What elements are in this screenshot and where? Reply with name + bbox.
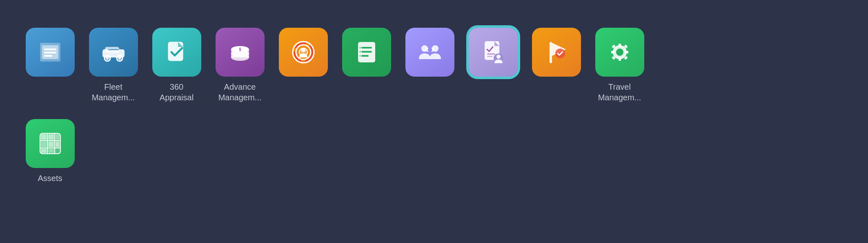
app-item-employees[interactable] bbox=[400, 28, 459, 82]
app-item-okr[interactable] bbox=[274, 28, 333, 82]
svg-rect-26 bbox=[361, 47, 372, 49]
svg-rect-57 bbox=[48, 134, 54, 140]
app-icon-leaves bbox=[532, 28, 581, 77]
svg-rect-44 bbox=[619, 57, 621, 61]
svg-point-38 bbox=[496, 55, 501, 59]
svg-rect-30 bbox=[360, 51, 361, 53]
app-item-elearning[interactable] bbox=[20, 28, 80, 82]
svg-point-42 bbox=[616, 49, 623, 56]
hr-cloud-container: FleetManagem... 360Appraisal bbox=[20, 16, 848, 183]
app-label-assets: Assets bbox=[38, 173, 62, 183]
svg-rect-58 bbox=[56, 134, 60, 140]
app-item-appraisal[interactable]: 360Appraisal bbox=[147, 28, 206, 103]
app-icon-appraisal bbox=[152, 28, 201, 77]
app-item-surveys[interactable] bbox=[337, 28, 396, 82]
app-icon-okr bbox=[279, 28, 328, 77]
svg-point-10 bbox=[118, 57, 121, 60]
svg-rect-59 bbox=[41, 141, 47, 147]
app-icon-advance: $ bbox=[216, 28, 265, 77]
svg-rect-28 bbox=[361, 55, 369, 57]
app-icon-fleet bbox=[89, 28, 138, 77]
svg-rect-31 bbox=[360, 55, 361, 57]
svg-rect-11 bbox=[108, 49, 119, 50]
app-label-advance: AdvanceManagem... bbox=[218, 82, 262, 103]
app-label-fleet: FleetManagem... bbox=[92, 82, 135, 103]
app-item-leaves[interactable] bbox=[527, 28, 586, 82]
svg-rect-60 bbox=[48, 141, 54, 147]
app-icon-recruitment bbox=[469, 28, 518, 77]
app-icon-assets bbox=[26, 119, 75, 168]
svg-rect-4 bbox=[44, 55, 52, 57]
app-item-travel[interactable]: TravelManagem... bbox=[590, 28, 649, 103]
app-label-appraisal: 360Appraisal bbox=[160, 82, 194, 103]
svg-text:$: $ bbox=[239, 47, 241, 52]
svg-rect-62 bbox=[41, 149, 47, 153]
app-icon-travel bbox=[595, 28, 644, 77]
app-item-advance[interactable]: $ AdvanceManagem... bbox=[210, 28, 269, 103]
svg-rect-29 bbox=[360, 47, 361, 49]
app-icon-employees bbox=[405, 28, 454, 77]
svg-rect-43 bbox=[619, 44, 621, 47]
svg-rect-2 bbox=[44, 49, 56, 50]
svg-rect-39 bbox=[550, 42, 552, 63]
svg-rect-63 bbox=[48, 149, 54, 153]
app-item-fleet[interactable]: FleetManagem... bbox=[84, 28, 143, 103]
svg-rect-56 bbox=[41, 134, 47, 140]
svg-rect-3 bbox=[44, 52, 56, 53]
svg-rect-46 bbox=[625, 51, 628, 53]
app-icon-elearning bbox=[26, 28, 75, 77]
svg-rect-45 bbox=[611, 51, 614, 53]
svg-rect-35 bbox=[487, 53, 495, 55]
app-icon-surveys bbox=[342, 28, 391, 77]
svg-point-8 bbox=[106, 57, 109, 60]
app-item-assets[interactable]: Assets bbox=[20, 119, 80, 183]
app-item-recruitment[interactable] bbox=[463, 28, 523, 82]
apps-grid: FleetManagem... 360Appraisal bbox=[20, 28, 690, 183]
app-label-travel: TravelManagem... bbox=[598, 82, 641, 103]
svg-point-23 bbox=[301, 48, 305, 52]
svg-rect-61 bbox=[56, 141, 60, 147]
svg-rect-27 bbox=[361, 51, 372, 53]
svg-rect-36 bbox=[487, 56, 493, 57]
